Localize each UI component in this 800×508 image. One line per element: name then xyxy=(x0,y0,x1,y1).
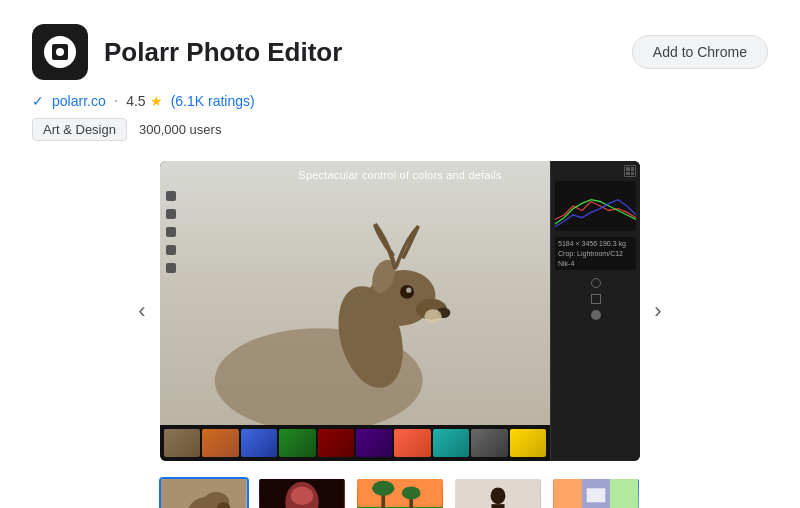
filmstrip-thumb-3 xyxy=(241,429,277,457)
filmstrip-thumb-4 xyxy=(279,429,315,457)
add-to-chrome-button[interactable]: Add to Chrome xyxy=(632,35,768,69)
header: Polarr Photo Editor Add to Chrome xyxy=(32,24,768,80)
filmstrip-thumb-6 xyxy=(356,429,392,457)
panel-controls xyxy=(555,165,636,177)
deer-image xyxy=(160,161,550,461)
prev-arrow[interactable]: ‹ xyxy=(124,293,160,329)
thumb5-svg xyxy=(553,479,639,508)
app-title: Polarr Photo Editor xyxy=(104,37,342,68)
filmstrip-thumb-9 xyxy=(471,429,507,457)
filmstrip-thumb-1 xyxy=(164,429,200,457)
svg-rect-29 xyxy=(491,504,504,508)
thumbnails-row xyxy=(32,477,768,508)
svg-point-19 xyxy=(291,486,313,505)
svg-point-26 xyxy=(402,486,421,499)
meta-row: ✓ polarr.co · 4.5 ★ (6.1K ratings) xyxy=(32,92,768,110)
thumbnail-4[interactable] xyxy=(453,477,543,508)
svg-point-11 xyxy=(424,309,441,323)
deer-scene: 5184 × 3456 190.3 kg Crop: Lightroom/C12… xyxy=(160,161,640,461)
toolbar-icon-3 xyxy=(166,227,176,237)
app-icon xyxy=(32,24,88,80)
filmstrip-thumb-8 xyxy=(433,429,469,457)
svg-rect-36 xyxy=(587,488,606,502)
svg-point-2 xyxy=(56,48,64,56)
toolbar-icon-2 xyxy=(166,209,176,219)
svg-point-9 xyxy=(406,288,411,293)
histogram-svg xyxy=(555,181,636,231)
right-toolbar xyxy=(555,278,636,320)
toolbar-icon-4 xyxy=(166,245,176,255)
star-icon: ★ xyxy=(150,93,163,109)
rating-text: 4.5 ★ xyxy=(126,93,162,109)
svg-point-24 xyxy=(372,481,394,496)
separator: · xyxy=(114,92,118,110)
thumbnail-5[interactable] xyxy=(551,477,641,508)
page-wrapper: Polarr Photo Editor Add to Chrome ✓ pola… xyxy=(0,0,800,508)
filmstrip-thumb-2 xyxy=(202,429,238,457)
filmstrip-thumb-5 xyxy=(318,429,354,457)
users-count: 300,000 users xyxy=(139,122,221,137)
header-left: Polarr Photo Editor xyxy=(32,24,342,80)
svg-point-28 xyxy=(491,487,506,504)
thumb4-svg xyxy=(455,479,541,508)
next-arrow[interactable]: › xyxy=(640,293,676,329)
ratings-link[interactable]: (6.1K ratings) xyxy=(171,93,255,109)
tags-row: Art & Design 300,000 users xyxy=(32,118,768,141)
sidebar-panel: 5184 × 3456 190.3 kg Crop: Lightroom/C12… xyxy=(550,161,640,461)
thumbnail-1[interactable] xyxy=(159,477,249,508)
filmstrip xyxy=(160,425,550,461)
svg-rect-21 xyxy=(358,479,442,507)
histogram xyxy=(555,181,636,231)
thumbnail-4-image xyxy=(455,479,541,508)
svg-rect-35 xyxy=(610,479,638,508)
thumbnail-5-image xyxy=(553,479,639,508)
site-link[interactable]: polarr.co xyxy=(52,93,106,109)
verified-icon: ✓ xyxy=(32,93,44,109)
toolbar-icon-5 xyxy=(166,263,176,273)
thumbnail-2[interactable] xyxy=(257,477,347,508)
polarr-logo-icon xyxy=(42,34,78,70)
svg-rect-33 xyxy=(554,479,582,508)
rt-icon-1 xyxy=(591,278,601,288)
info-line2: Crop: Lightroom/C12 Nik-4 xyxy=(558,249,633,269)
thumb1-svg xyxy=(161,479,247,508)
grid-icon xyxy=(624,165,636,177)
thumb3-svg xyxy=(357,479,443,508)
thumbnail-1-image xyxy=(161,479,247,508)
screenshot-label: Spectacular control of colors and detail… xyxy=(298,169,501,181)
deer-svg xyxy=(180,191,492,431)
toolbar-icon-1 xyxy=(166,191,176,201)
filmstrip-thumb-7 xyxy=(394,429,430,457)
info-line1: 5184 × 3456 190.3 kg xyxy=(558,239,633,249)
filmstrip-thumb-10 xyxy=(510,429,546,457)
main-screenshot: Spectacular control of colors and detail… xyxy=(160,161,640,461)
carousel: ‹ Spectacular control of colors and deta… xyxy=(32,161,768,461)
rt-icon-3 xyxy=(591,310,601,320)
thumb2-svg xyxy=(259,479,345,508)
thumbnail-3[interactable] xyxy=(355,477,445,508)
thumbnail-3-image xyxy=(357,479,443,508)
thumbnail-2-image xyxy=(259,479,345,508)
category-badge: Art & Design xyxy=(32,118,127,141)
rating-value: 4.5 xyxy=(126,93,145,109)
rt-icon-2 xyxy=(591,294,601,304)
info-box: 5184 × 3456 190.3 kg Crop: Lightroom/C12… xyxy=(555,237,636,270)
